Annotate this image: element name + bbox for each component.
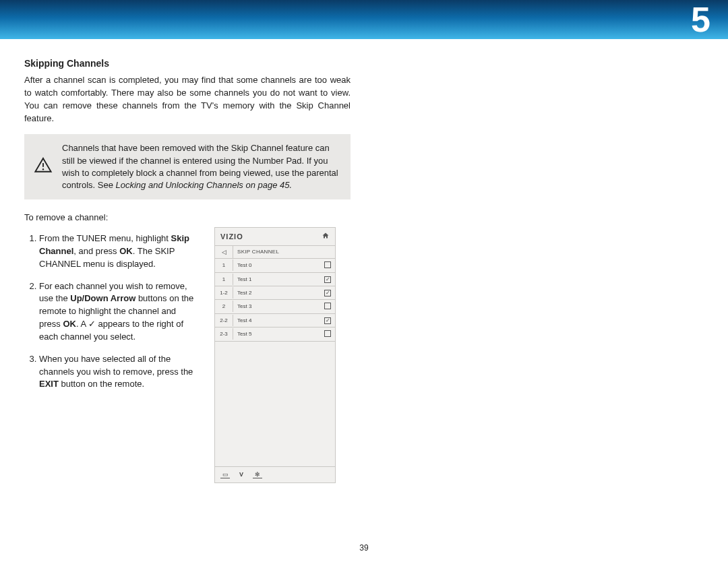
mock-subtitle-row: ◁ SKIP CHANNEL: [215, 246, 335, 259]
channel-number: 2: [215, 301, 233, 312]
channel-row: 2-2Test 4✓: [215, 314, 335, 327]
tv-menu-mockup: VIZIO ◁ SKIP CHANNEL 1Test 01Test 1✓1-2T…: [214, 227, 336, 483]
cross-reference: Locking and Unlocking Channels on page 4…: [116, 180, 293, 190]
channel-number: 1: [215, 274, 233, 285]
brand-logo: VIZIO: [220, 232, 243, 241]
warning-notice: Channels that have been removed with the…: [24, 134, 351, 199]
channel-label: Test 2: [233, 287, 320, 299]
channel-label: Test 3: [233, 301, 320, 312]
left-column: Skipping Channels After a channel scan i…: [24, 58, 351, 483]
channel-checkbox: ✓: [320, 314, 335, 327]
mock-rows: 1Test 01Test 1✓1-2Test 2✓2Test 32-2Test …: [215, 259, 335, 342]
cc-icon: ▭: [220, 471, 230, 478]
channel-checkbox: [320, 259, 335, 272]
channel-checkbox: ✓: [320, 286, 335, 299]
channel-label: Test 4: [233, 315, 320, 326]
v-icon: V: [237, 471, 246, 478]
mock-header: VIZIO: [215, 228, 335, 246]
channel-label: Test 1: [233, 274, 320, 285]
step-item: For each channel you wish to remove, use…: [39, 280, 200, 344]
channel-checkbox: [320, 300, 335, 313]
intro-paragraph: After a channel scan is completed, you m…: [24, 74, 351, 125]
channel-row: 1Test 0: [215, 259, 335, 273]
lower-area: From the TUNER menu, highlight Skip Chan…: [24, 227, 351, 483]
home-icon: [322, 232, 330, 241]
page-number: 39: [0, 543, 728, 553]
channel-row: 1Test 1✓: [215, 273, 335, 286]
right-column: [377, 58, 704, 483]
channel-row: 2Test 3: [215, 300, 335, 314]
manual-page: 5 Skipping Channels After a channel scan…: [0, 0, 728, 562]
warning-icon: [34, 156, 53, 178]
step-item: When you have selected all of the channe…: [39, 353, 200, 392]
warning-text: Channels that have been removed with the…: [62, 143, 338, 190]
channel-checkbox: ✓: [320, 273, 335, 286]
steps-list: From the TUNER menu, highlight Skip Chan…: [24, 232, 200, 391]
content-area: Skipping Channels After a channel scan i…: [0, 39, 728, 483]
back-icon: ◁: [215, 246, 233, 258]
gear-icon: ✻: [253, 471, 262, 478]
chapter-number: 5: [691, 0, 710, 39]
channel-label: Test 5: [233, 328, 320, 340]
channel-number: 2-3: [215, 328, 233, 340]
channel-number: 1-2: [215, 287, 233, 299]
channel-number: 2-2: [215, 315, 233, 326]
section-title: Skipping Channels: [24, 58, 351, 69]
instructions: From the TUNER menu, highlight Skip Chan…: [24, 227, 200, 483]
header-bar: 5: [0, 0, 728, 39]
channel-number: 1: [215, 259, 233, 271]
channel-checkbox: [320, 327, 335, 341]
mock-footer: ▭ V ✻: [215, 466, 335, 482]
channel-row: 2-3Test 5: [215, 327, 335, 342]
svg-point-1: [42, 168, 44, 170]
channel-row: 1-2Test 2✓: [215, 286, 335, 300]
channel-label: Test 0: [233, 259, 320, 271]
lead-text: To remove a channel:: [24, 212, 351, 224]
step-item: From the TUNER menu, highlight Skip Chan…: [39, 232, 200, 271]
mock-subtitle: SKIP CHANNEL: [233, 246, 335, 257]
